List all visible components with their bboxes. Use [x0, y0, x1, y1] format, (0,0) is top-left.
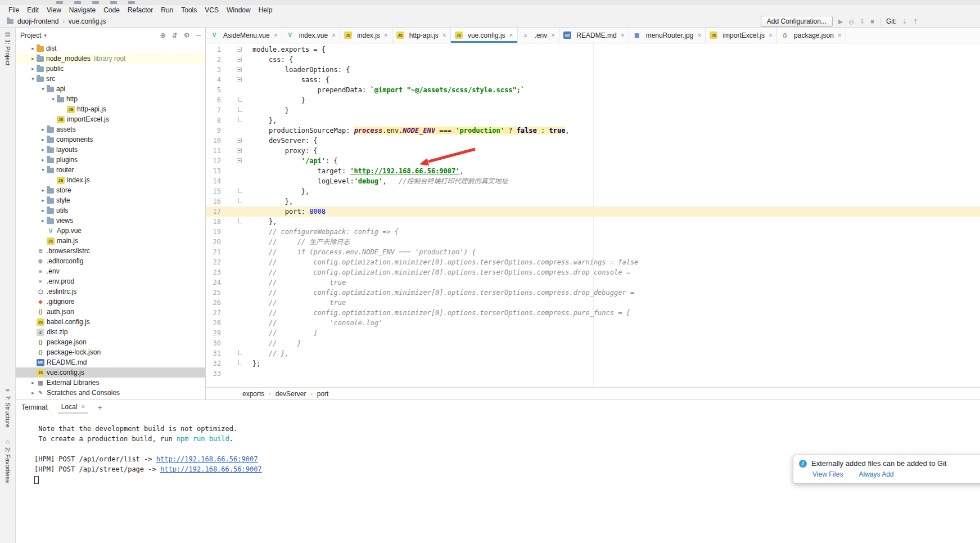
code-text[interactable]: },	[248, 115, 277, 125]
close-icon[interactable]: ×	[384, 32, 388, 39]
code-text[interactable]: devServer: {	[248, 136, 318, 146]
tree-item-.env.prod[interactable]: ≡.env.prod	[16, 276, 205, 286]
tree-item-External Libraries[interactable]: ▸▥External Libraries	[16, 378, 205, 388]
code-text[interactable]: port: 8008	[248, 207, 326, 217]
tree-item-package.json[interactable]: {}package.json	[16, 337, 205, 347]
tree-item-http[interactable]: ▾http	[16, 94, 205, 104]
fold-collapse-icon[interactable]: −	[237, 148, 242, 153]
close-icon[interactable]: ×	[274, 32, 278, 39]
tree-item-router[interactable]: ▾router	[16, 165, 205, 175]
close-icon[interactable]: ×	[551, 32, 555, 39]
menu-run[interactable]: Run	[157, 5, 177, 15]
tree-item-.env[interactable]: ≡.env	[16, 266, 205, 276]
menu-navigate[interactable]: Navigate	[65, 5, 100, 15]
code-text[interactable]: // }	[248, 338, 301, 348]
code-text[interactable]: },	[248, 196, 293, 207]
tree-item-assets[interactable]: ▸assets	[16, 124, 205, 134]
breadcrumb-project[interactable]: duoji-frontend	[17, 17, 58, 25]
code-text[interactable]: // config.optimization.minimizer[0].opti…	[248, 288, 634, 298]
close-icon[interactable]: ×	[509, 32, 513, 39]
code-text[interactable]: prependData: `@import "~@/assets/scss/st…	[248, 85, 525, 95]
tree-item-Scratches and Consoles[interactable]: ▸✎Scratches and Consoles	[16, 388, 205, 398]
editor-tab-vue.config.js[interactable]: JSvue.config.js×	[451, 28, 518, 43]
chevron-right-icon[interactable]: ▸	[39, 187, 47, 193]
tree-item-layouts[interactable]: ▸layouts	[16, 145, 205, 155]
tree-item-App.vue[interactable]: VApp.vue	[16, 226, 205, 236]
code-text[interactable]: };	[248, 358, 260, 369]
vcs-update-icon[interactable]: ⇣	[902, 18, 907, 25]
code-text[interactable]: // config.optimization.minimizer[0].opti…	[248, 257, 638, 267]
code-text[interactable]: // if (process.env.NODE_ENV === 'product…	[248, 247, 476, 257]
editor-tab-menuRouter.jpg[interactable]: ▦menuRouter.jpg×	[629, 28, 706, 43]
menu-view[interactable]: View	[43, 5, 65, 15]
chevron-right-icon[interactable]: ▸	[29, 46, 37, 51]
editor-tab-.env[interactable]: ≡.env×	[518, 28, 560, 43]
tree-item-utils[interactable]: ▸utils	[16, 205, 205, 216]
editor-breadcrumb-exports[interactable]: exports	[242, 390, 264, 398]
run-icon[interactable]: ▶	[838, 18, 843, 25]
menu-vcs[interactable]: VCS	[201, 5, 223, 15]
tree-item-components[interactable]: ▸components	[16, 134, 205, 145]
project-panel-title[interactable]: Project	[20, 32, 41, 39]
fold-collapse-icon[interactable]: −	[237, 67, 242, 72]
chevron-right-icon[interactable]: ▸	[29, 66, 37, 71]
tree-item-babel.config.js[interactable]: JSbabel.config.js	[16, 317, 205, 327]
star-icon[interactable]: ★	[4, 478, 10, 485]
tree-item-importExcel.js[interactable]: JSimportExcel.js	[16, 114, 205, 124]
code-text[interactable]: loaderOptions: {	[248, 65, 350, 75]
tree-item-.browserslistrc[interactable]: ≣.browserslistrc	[16, 246, 205, 256]
editor-tab-package.json[interactable]: {}package.json×	[777, 28, 846, 43]
chevron-down-icon[interactable]: ▾	[44, 33, 47, 38]
chevron-right-icon[interactable]: ▸	[39, 127, 47, 132]
breadcrumb-file[interactable]: vue.config.js	[69, 17, 106, 25]
code-text[interactable]: // // 生产去除日志	[248, 237, 350, 247]
tree-item-.editorconfig[interactable]: ⚙.editorconfig	[16, 256, 205, 266]
new-terminal-button[interactable]: +	[97, 403, 102, 412]
fold-collapse-icon[interactable]: −	[237, 57, 242, 62]
close-icon[interactable]: ×	[697, 32, 701, 39]
code-text[interactable]: '/api': {	[248, 156, 338, 166]
menu-tools[interactable]: Tools	[177, 5, 201, 15]
chevron-down-icon[interactable]: ▾	[29, 76, 37, 82]
editor-tab-importExcel.js[interactable]: JSimportExcel.js×	[706, 28, 777, 43]
code-text[interactable]	[248, 369, 252, 379]
tree-item-dist.zip[interactable]: Zdist.zip	[16, 327, 205, 337]
gear-icon[interactable]: ⚙	[184, 32, 190, 39]
tree-item-style[interactable]: ▸style	[16, 195, 205, 205]
chevron-down-icon[interactable]: ▾	[39, 86, 47, 92]
tool-stripe-structure[interactable]: ≣ 7: Structure	[0, 387, 15, 428]
chevron-right-icon[interactable]: ▸	[39, 137, 47, 142]
tree-item-.eslintrc.js[interactable]: ⬡.eslintrc.js	[16, 286, 205, 297]
code-text[interactable]: // 'console.log'	[248, 318, 382, 328]
tree-item-src[interactable]: ▾src	[16, 74, 205, 84]
code-text[interactable]: // config.optimization.minimizer[0].opti…	[248, 308, 630, 318]
code-text[interactable]: sass: {	[248, 75, 329, 85]
code-text[interactable]: productionSourceMap: process.env.NODE_EN…	[248, 125, 570, 136]
code-text[interactable]: module.exports = {	[248, 44, 326, 55]
tree-item-README.md[interactable]: MDREADME.md	[16, 357, 205, 367]
stop-icon[interactable]: ■	[870, 18, 874, 25]
tree-item-node_modules[interactable]: ▸node_moduleslibrary root	[16, 53, 205, 64]
coverage-icon[interactable]: ◎	[848, 18, 854, 25]
menu-code[interactable]: Code	[100, 5, 124, 15]
always-add-link[interactable]: Always Add	[859, 470, 893, 478]
tree-item-http-api.js[interactable]: JShttp-api.js	[16, 104, 205, 114]
code-text[interactable]: },	[248, 186, 309, 196]
tree-item-index.js[interactable]: JSindex.js	[16, 175, 205, 185]
code-text[interactable]: proxy: {	[248, 146, 318, 156]
editor-tab-AsideMenu.vue[interactable]: VAsideMenu.vue×	[206, 28, 282, 43]
editor-tab-README.md[interactable]: MDREADME.md×	[559, 28, 629, 43]
tool-stripe-project[interactable]: ▤ 1: Project	[0, 31, 15, 65]
chevron-down-icon[interactable]: ▾	[49, 96, 57, 102]
code-text[interactable]: // },	[248, 348, 289, 358]
tree-item-public[interactable]: ▸public	[16, 64, 205, 74]
menu-help[interactable]: Help	[255, 5, 277, 15]
code-text[interactable]: }	[248, 105, 289, 115]
hide-panel-icon[interactable]: ─	[196, 32, 201, 39]
code-text[interactable]: target: 'http://192.168.66.56:9007',	[248, 166, 464, 176]
profile-icon[interactable]: ⇩	[860, 18, 865, 25]
add-configuration-button[interactable]: Add Configuration...	[761, 16, 833, 27]
code-text[interactable]: // ]	[248, 328, 318, 338]
fold-collapse-icon[interactable]: −	[237, 77, 242, 82]
close-icon[interactable]: ×	[838, 32, 842, 39]
